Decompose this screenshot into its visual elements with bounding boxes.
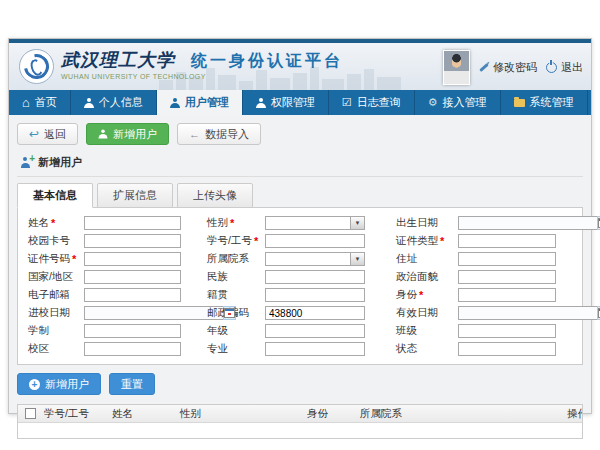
field-label-text: 所属院系 (207, 252, 249, 266)
submit-add-user-button[interactable]: 新增用户 (17, 373, 101, 395)
input-address[interactable] (458, 252, 556, 266)
logout-link[interactable]: 退出 (546, 60, 583, 75)
field-label: 所属院系 (207, 252, 265, 266)
users-table-header: 学号/工号姓名性别身份所属院系操作 (18, 405, 582, 423)
reset-button-label: 重置 (121, 377, 143, 392)
form-field-ethnicity: 民族 (181, 270, 365, 284)
field-label: 专业 (207, 342, 265, 356)
tab-extended-info[interactable]: 扩展信息 (97, 183, 173, 208)
form-field-valid-date: 有效日期 (365, 306, 556, 320)
nav-item-permissions[interactable]: 权限管理 (243, 90, 329, 115)
main-nav: 首页个人信息用户管理权限管理日志查询接入管理系统管理订阅管理 (9, 90, 591, 115)
platform-title: 统一身份认证平台 (191, 51, 343, 72)
field-label: 学制 (22, 324, 84, 338)
back-button[interactable]: 返回 (17, 123, 78, 145)
panel-title-row: 新增用户 (17, 153, 583, 177)
pencil-icon (479, 63, 488, 72)
form-field-gender: 性别* (181, 216, 365, 230)
input-identity[interactable] (458, 288, 556, 302)
required-asterisk: * (254, 235, 258, 247)
user-area: 修改密码 退出 (443, 50, 583, 85)
input-status[interactable] (458, 342, 556, 356)
form-field-postal-code: 邮政编码 (181, 306, 365, 320)
tab-basic-info[interactable]: 基本信息 (17, 183, 93, 208)
field-label-text: 专业 (207, 342, 228, 356)
field-label: 民族 (207, 270, 265, 284)
input-class[interactable] (458, 324, 556, 338)
select-all-checkbox[interactable] (25, 408, 36, 419)
change-password-link[interactable]: 修改密码 (479, 60, 537, 75)
checkbox-cell (18, 408, 42, 419)
input-campus-card[interactable] (84, 234, 181, 248)
nav-item-system[interactable]: 系统管理 (501, 90, 588, 115)
form-field-id-type: 证件类型* (365, 234, 556, 248)
input-major[interactable] (265, 342, 365, 356)
field-label: 年级 (207, 324, 265, 338)
nav-item-users[interactable]: 用户管理 (157, 90, 243, 115)
table-header-cell: 姓名 (110, 407, 178, 421)
submit-add-user-label: 新增用户 (45, 377, 89, 392)
input-postal-code[interactable] (265, 306, 365, 320)
form-field-campus: 校区 (22, 342, 181, 356)
nav-item-access[interactable]: 接入管理 (415, 90, 501, 115)
input-student-id[interactable] (265, 234, 365, 248)
input-id-number[interactable] (84, 252, 181, 266)
form-field-identity: 身份* (365, 288, 556, 302)
table-header-cell: 操作 (565, 407, 582, 421)
form-field-country: 国家/地区 (22, 270, 181, 284)
users-icon (170, 98, 180, 108)
input-id-type[interactable] (458, 234, 556, 248)
input-valid-date[interactable] (458, 306, 597, 320)
field-label-text: 民族 (207, 270, 228, 284)
field-label: 身份* (396, 288, 458, 302)
input-name[interactable] (84, 216, 181, 230)
required-asterisk: * (440, 235, 444, 247)
nav-item-profile[interactable]: 个人信息 (71, 90, 157, 115)
form-row: 学制年级班级 (22, 323, 578, 339)
form-field-name: 姓名* (22, 216, 181, 230)
add-user-toolbar-label: 新增用户 (113, 127, 157, 142)
chevron-down-icon[interactable] (350, 252, 365, 266)
university-name: 武汉理工大学 (61, 49, 175, 71)
table-header-cell: 身份 (305, 407, 358, 421)
form-field-entry-date: 进校日期 (22, 306, 181, 320)
field-label-text: 有效日期 (396, 306, 438, 320)
form-row: 国家/地区民族政治面貌 (22, 269, 578, 285)
select-department[interactable] (265, 252, 365, 266)
field-label-text: 年级 (207, 324, 228, 338)
select-gender[interactable] (265, 216, 365, 230)
field-label-text: 学号/工号 (207, 234, 252, 248)
nav-item-logs[interactable]: 日志查询 (329, 90, 415, 115)
form-row: 校区专业状态 (22, 341, 578, 357)
form-actions: 新增用户 重置 (17, 373, 583, 395)
form-field-status: 状态 (365, 342, 556, 356)
input-native-place[interactable] (265, 288, 365, 302)
required-asterisk: * (51, 217, 55, 229)
table-header-cell: 学号/工号 (42, 407, 110, 421)
input-campus[interactable] (84, 342, 181, 356)
data-import-button[interactable]: 数据导入 (177, 123, 261, 145)
calendar-button[interactable] (223, 306, 236, 320)
add-user-toolbar-button[interactable]: 新增用户 (86, 123, 169, 145)
back-arrow-icon (29, 128, 39, 140)
input-ethnicity[interactable] (265, 270, 365, 284)
chevron-down-icon[interactable] (350, 216, 365, 230)
input-email[interactable] (84, 288, 181, 302)
input-birth-date[interactable] (458, 216, 597, 230)
date-field-birth-date (458, 216, 556, 230)
nav-item-home[interactable]: 首页 (9, 90, 71, 115)
nav-item-subscription[interactable]: 订阅管理 (588, 90, 600, 115)
field-label: 校园卡号 (22, 234, 84, 248)
folder-icon (514, 99, 525, 107)
input-political-status[interactable] (458, 270, 556, 284)
field-label-text: 校区 (28, 342, 49, 356)
form-row: 证件号码*所属院系住址 (22, 251, 578, 267)
reset-button[interactable]: 重置 (109, 373, 155, 395)
input-grade[interactable] (265, 324, 365, 338)
title-block: 武汉理工大学 统一身份认证平台 WUHAN UNIVERSITY OF TECH… (61, 49, 343, 80)
input-schooling-length[interactable] (84, 324, 181, 338)
field-label-text: 住址 (396, 252, 417, 266)
panel-title: 新增用户 (38, 155, 82, 170)
input-country[interactable] (84, 270, 181, 284)
tab-upload-avatar[interactable]: 上传头像 (177, 183, 253, 208)
